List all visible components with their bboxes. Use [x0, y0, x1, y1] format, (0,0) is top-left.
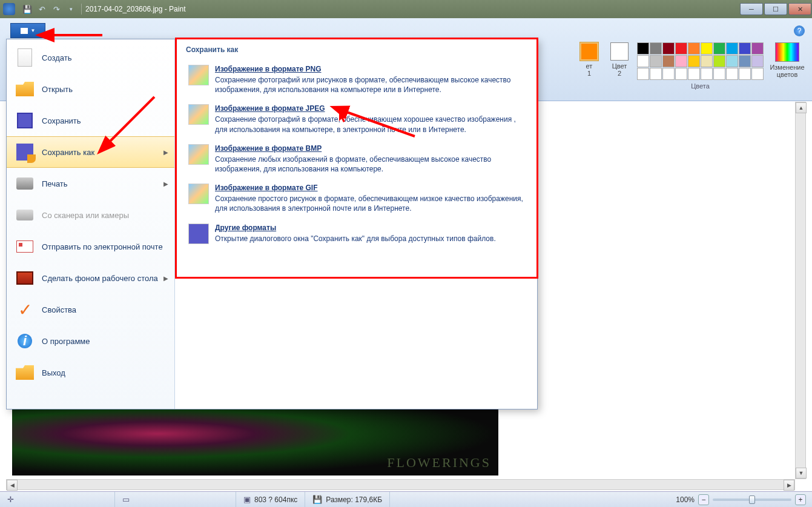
palette-color[interactable] — [650, 68, 662, 80]
qat-undo-icon[interactable]: ↶ — [35, 2, 48, 16]
help-button[interactable]: ? — [794, 25, 805, 36]
palette-color[interactable] — [739, 68, 751, 80]
edit-colors-button[interactable]: Изменение цветов — [768, 42, 806, 78]
status-bar: ✛ ▭ ▣ 803 ? 604пкс 💾 Размер: 179,6КБ 100… — [0, 491, 812, 507]
scanner-icon — [15, 205, 35, 225]
menu-item-save[interactable]: Сохранить — [7, 105, 174, 136]
zoom-control: 100% − + — [670, 494, 812, 505]
palette-color[interactable] — [726, 55, 738, 67]
crosshair-icon: ✛ — [7, 495, 14, 504]
color-1-selector[interactable]: ет 1 — [576, 42, 602, 77]
qat-customize-icon[interactable]: ▾ — [64, 2, 78, 16]
menu-item-about[interactable]: iО программе — [7, 325, 174, 357]
maximize-button[interactable]: ☐ — [764, 3, 787, 15]
palette-color[interactable] — [662, 68, 675, 80]
format-icon — [188, 144, 209, 165]
status-filesize-text: Размер: 179,6КБ — [326, 495, 382, 504]
scroll-track-v[interactable] — [796, 113, 805, 468]
color-2-selector[interactable]: Цвет 2 — [607, 42, 632, 77]
horizontal-scrollbar[interactable]: ◀ ▶ — [6, 479, 795, 490]
palette-color[interactable] — [701, 68, 713, 80]
saveas-option-2[interactable]: Изображение в формате BMPСохранение любы… — [186, 139, 526, 179]
palette-color[interactable] — [751, 42, 764, 55]
image-watermark: FLOWERINGS — [387, 455, 491, 471]
palette-color[interactable] — [701, 55, 713, 67]
vertical-scrollbar[interactable]: ▲ ▼ — [795, 102, 806, 479]
dimensions-icon: ▣ — [243, 495, 251, 504]
menu-item-label: Со сканера или камеры — [42, 211, 129, 220]
palette-color[interactable] — [726, 42, 738, 55]
palette-color[interactable] — [701, 42, 713, 55]
qat-save-icon[interactable]: 💾 — [21, 2, 34, 16]
palette-color[interactable] — [688, 68, 700, 80]
about-icon: i — [15, 331, 35, 351]
new-icon — [15, 48, 35, 67]
scroll-right-button[interactable]: ▶ — [784, 480, 794, 491]
zoom-in-button[interactable]: + — [795, 494, 806, 505]
palette-color[interactable] — [751, 68, 764, 80]
palette-color[interactable] — [726, 68, 738, 80]
saveas-option-title: Другие форматы — [215, 224, 524, 232]
saveas-option-3[interactable]: Изображение в формате GIFСохранение прос… — [186, 179, 526, 218]
close-button[interactable]: ✕ — [788, 3, 811, 15]
saveas-option-4[interactable]: Другие форматыОткрытие диалогового окна … — [186, 219, 526, 249]
status-dimensions-text: 803 ? 604пкс — [254, 495, 297, 504]
palette-color[interactable] — [650, 55, 662, 67]
palette-color[interactable] — [637, 55, 649, 67]
menu-item-label: Создать — [42, 53, 71, 62]
menu-item-label: Отправить по электронной почте — [42, 242, 163, 251]
menu-item-label: О программе — [42, 337, 90, 346]
scroll-left-button[interactable]: ◀ — [7, 480, 18, 491]
minimize-button[interactable]: ─ — [740, 3, 763, 15]
scroll-track-h[interactable] — [18, 480, 784, 489]
palette-color[interactable] — [713, 42, 725, 55]
qat-redo-icon[interactable]: ↷ — [50, 2, 63, 16]
file-menu-button[interactable]: ▼ — [10, 23, 45, 38]
palette-color[interactable] — [637, 42, 649, 55]
zoom-slider[interactable] — [713, 499, 791, 501]
palette-color[interactable] — [662, 55, 675, 67]
palette-color[interactable] — [739, 42, 751, 55]
titlebar-separator — [81, 4, 82, 15]
app-icon — [3, 3, 15, 15]
status-cursor-pos: ✛ — [0, 492, 115, 507]
menu-item-saveas[interactable]: Сохранить как▶ — [7, 136, 174, 168]
palette-color[interactable] — [713, 55, 725, 67]
palette-color[interactable] — [688, 55, 700, 67]
zoom-out-button[interactable]: − — [698, 494, 709, 505]
color-1-swatch — [580, 42, 598, 61]
file-menu-icon — [21, 28, 28, 34]
zoom-thumb[interactable] — [749, 495, 755, 504]
edit-colors-label: Изменение цветов — [768, 64, 806, 78]
saveas-option-desc: Сохранение простого рисунок в формате, о… — [215, 194, 524, 213]
menu-item-print[interactable]: Печать▶ — [7, 168, 174, 199]
palette-color[interactable] — [675, 68, 687, 80]
palette-color[interactable] — [637, 68, 649, 80]
scroll-down-button[interactable]: ▼ — [796, 468, 807, 479]
palette-color[interactable] — [751, 55, 764, 67]
canvas-image[interactable]: FLOWERINGS — [12, 406, 498, 476]
menu-item-email[interactable]: Отправить по электронной почте — [7, 231, 174, 262]
palette-color[interactable] — [662, 42, 675, 55]
palette-color[interactable] — [688, 42, 700, 55]
palette-color[interactable] — [713, 68, 725, 80]
menu-item-exit[interactable]: Выход — [7, 357, 174, 388]
colors-section: ет 1 Цвет 2 Цвета Изменение цветов — [576, 42, 806, 90]
format-icon — [188, 104, 209, 125]
palette-color[interactable] — [739, 55, 751, 67]
palette-color[interactable] — [675, 42, 687, 55]
saveas-option-0[interactable]: Изображение в формате PNGСохранение фото… — [186, 60, 526, 99]
format-icon — [188, 65, 209, 85]
palette-color[interactable] — [675, 55, 687, 67]
palette-color[interactable] — [650, 42, 662, 55]
menu-item-desktop[interactable]: Сделать фоном рабочего стола▶ — [7, 262, 174, 294]
scroll-up-button[interactable]: ▲ — [796, 102, 807, 113]
menu-item-new[interactable]: Создать — [7, 42, 174, 73]
saveas-option-1[interactable]: Изображение в формате JPEGСохранение фот… — [186, 99, 526, 139]
menu-item-open[interactable]: Открыть — [7, 73, 174, 105]
menu-item-label: Свойства — [42, 305, 76, 314]
disk-icon: 💾 — [312, 495, 322, 504]
menu-item-props[interactable]: ✓Свойства — [7, 294, 174, 325]
menu-item-label: Открыть — [42, 85, 73, 94]
submenu-arrow-icon: ▶ — [163, 149, 168, 156]
